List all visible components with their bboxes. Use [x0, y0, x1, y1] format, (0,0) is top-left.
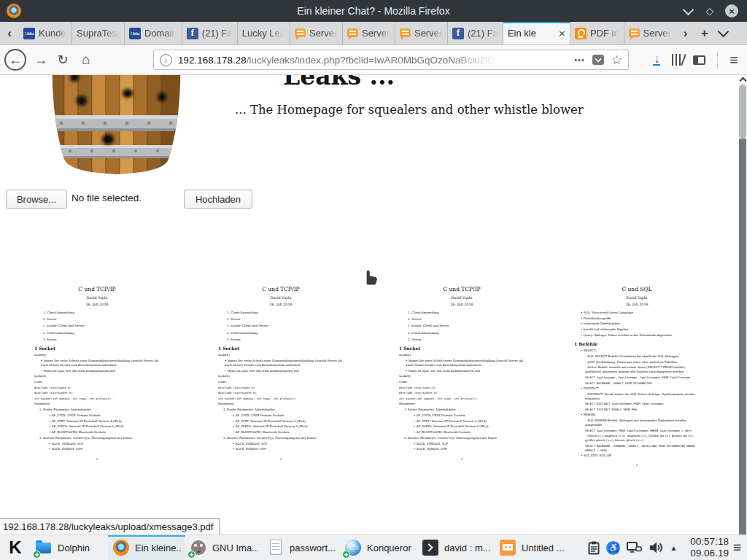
- task-label: passwort...: [290, 542, 336, 553]
- pdf-thumbnail-4[interactable]: C und SQLDavid Vajda26. Juli 2018• SQL: …: [565, 281, 708, 469]
- tab-server[interactable]: Server: [342, 22, 395, 44]
- display-settings-icon[interactable]: [627, 541, 642, 554]
- taskbar-task-untitled[interactable]: Untitled ...: [495, 535, 572, 560]
- taskbar-task-gnu-ima[interactable]: GNU Ima...: [185, 535, 263, 560]
- taskbar-task-david-m[interactable]: david : m...: [417, 535, 495, 560]
- url-path: /luckyleaks/index.php?fbclid=IwAR0MbGqOz…: [247, 55, 508, 66]
- facebook-favicon-icon: f: [187, 28, 198, 39]
- tab-domain[interactable]: 1bluDomain: [124, 22, 182, 44]
- chevron-down-icon: [682, 4, 694, 15]
- doc-line: • Immer der erste Schritt einer Kommunik…: [41, 359, 160, 368]
- taskbar: K DolphinEin kleine...GNU Ima...passwort…: [0, 534, 747, 560]
- window-titlebar[interactable]: Ein kleiner Chat? - Mozilla Firefox ◇ ×: [0, 0, 747, 22]
- hamburger-menu-icon[interactable]: ≡: [729, 52, 738, 69]
- impress-icon: [499, 539, 516, 556]
- doc-line: 1: [574, 463, 700, 467]
- upload-button[interactable]: Hochladen: [184, 190, 252, 209]
- doc-line: 1. socket: Client und Server: [43, 324, 160, 328]
- kde-application-launcher[interactable]: K: [0, 535, 31, 560]
- doc-line: 2. Client-Anwendung: [408, 331, 525, 335]
- doc-line: • SOCK_DGRAM: UDP: [233, 447, 344, 451]
- home-button[interactable]: ⌂: [76, 52, 96, 68]
- task-list: DolphinEin kleine...GNU Ima...passwort..…: [31, 535, 572, 560]
- pdf-thumbnail-1[interactable]: C und TCP/IPDavid Vajda26. Juli 20181. C…: [26, 281, 169, 469]
- doc-line: Parameter:: [218, 402, 344, 406]
- task-label: david : m...: [444, 542, 490, 553]
- tab-server[interactable]: Server: [624, 22, 676, 44]
- tab-pdf-in[interactable]: PDF in: [570, 22, 624, 44]
- doc-line: • AF_INET: Internet IP-Protokoll Version…: [233, 419, 344, 424]
- url-text[interactable]: 192.168.178.28/luckyleaks/index.php?fbcl…: [178, 55, 508, 66]
- clipboard-icon[interactable]: [588, 541, 600, 555]
- scroll-tabs-right-button[interactable]: ›: [676, 22, 695, 44]
- pdf-thumbnail-2[interactable]: C und TCP/IPDavid Vajda26. Juli 20181. C…: [209, 281, 352, 469]
- close-button[interactable]: ×: [725, 4, 738, 18]
- document-icon: [267, 539, 285, 556]
- doc-line: 2. Zweiter Parameter: Socket-Typ, Übertr…: [223, 436, 344, 440]
- digital-clock[interactable]: 00:57:18 09.06.19: [683, 535, 733, 560]
- bookmark-star-icon[interactable]: ☆: [611, 52, 622, 68]
- tab-kunde[interactable]: 1bluKunde: [19, 22, 71, 44]
- doc-line: • AF_BLUETOOTH: Bluetooth-Sockets: [233, 430, 344, 435]
- vertical-scrollbar[interactable]: [738, 75, 747, 534]
- tab-21-fa[interactable]: f(21) Fa: [447, 22, 503, 44]
- taskbar-task-ein-kleine[interactable]: Ein kleine...: [108, 535, 185, 560]
- tray-expand-icon[interactable]: ▲: [670, 544, 677, 552]
- pdf-thumbnail-3[interactable]: C und TCP/IPDavid Vajda26. Juli 20181. C…: [390, 281, 533, 469]
- doc-line: – SQL WHERE-Befehl: Abfragen nur bestimm…: [585, 419, 700, 427]
- back-button[interactable]: ←: [4, 49, 26, 71]
- site-info-icon[interactable]: i: [160, 54, 172, 66]
- sidebar-toggle-icon[interactable]: [693, 55, 705, 65]
- volume-icon[interactable]: [649, 541, 663, 554]
- new-tab-button[interactable]: +: [695, 22, 714, 44]
- tab-label: Domain: [144, 28, 177, 39]
- chat-favicon-icon: [629, 28, 640, 37]
- tab-ein-kle[interactable]: Ein kle×: [503, 22, 570, 44]
- doc-line: • Dabei ist egal, wer mit wem kommunizie…: [406, 369, 525, 373]
- scroll-up-arrow-icon[interactable]: [740, 77, 746, 82]
- maximize-button[interactable]: ◇: [703, 4, 716, 18]
- doc-line: 1 Befehle: [574, 341, 700, 347]
- doc-line: • SELECT:: [581, 349, 700, 353]
- browse-button[interactable]: Browse...: [6, 190, 67, 209]
- doc-line: • Query: Abfrage: Daten werden in der Da…: [581, 333, 700, 338]
- list-all-tabs-button[interactable]: [714, 22, 733, 44]
- downloads-icon[interactable]: ↓: [653, 54, 660, 66]
- doc-line: • Immer der erste Schritt einer Kommunik…: [225, 359, 344, 368]
- scrollbar-track[interactable]: [739, 139, 746, 534]
- doc-line: #include <sys/types.h>: [218, 386, 344, 390]
- tab-21-fa[interactable]: f(21) Fa: [182, 22, 237, 44]
- accessibility-icon[interactable]: ♿: [606, 541, 620, 555]
- doc-line: David Vajda: [34, 295, 160, 300]
- firefox-icon: [7, 4, 21, 18]
- doc-line: SELECT Spaltenname, Spaltenname, Spalten…: [585, 376, 700, 380]
- taskbar-task-passwort[interactable]: passwort...: [263, 535, 340, 560]
- doc-line: Parameter:: [399, 402, 525, 406]
- tab-server[interactable]: Server: [395, 22, 447, 44]
- doc-line: – SQL SELECT Befehl: Grundstein für sämt…: [585, 354, 700, 359]
- tab-bar: ‹ 1bluKundeSupraTest1bluDomainf(21) FaLu…: [0, 22, 747, 45]
- forward-button[interactable]: →: [31, 52, 51, 68]
- scroll-tabs-left-button[interactable]: ‹: [0, 22, 19, 44]
- pocket-icon[interactable]: [592, 55, 604, 65]
- page-actions-icon[interactable]: •••: [574, 55, 585, 64]
- pdf24-favicon-icon: [575, 28, 587, 39]
- taskbar-task-dolphin[interactable]: Dolphin: [31, 535, 108, 560]
- toolbar-right: ↓ ≡: [653, 52, 747, 69]
- minimize-button[interactable]: [681, 4, 694, 18]
- tab-server[interactable]: Server: [290, 22, 342, 44]
- doc-line: C und TCP/IP: [399, 285, 525, 294]
- scrollbar-thumb[interactable]: [739, 85, 746, 139]
- close-tab-icon[interactable]: ×: [559, 27, 565, 39]
- library-icon[interactable]: [672, 54, 681, 66]
- panel-menu-icon[interactable]: ≡: [733, 535, 747, 560]
- page-title: Leaks ...: [283, 75, 395, 90]
- taskbar-task-konqueror[interactable]: Konqueror: [340, 535, 417, 560]
- doc-line: • AF_BLUETOOTH: Bluetooth-Sockets: [414, 430, 525, 435]
- doc-line: • Datenbankzugriffe: [581, 316, 700, 321]
- reload-button[interactable]: ↻: [53, 52, 73, 68]
- url-bar[interactable]: i 192.168.178.28/luckyleaks/index.php?fb…: [153, 50, 629, 70]
- tab-lucky-lea[interactable]: Lucky Lea: [237, 22, 290, 44]
- doc-line: 1. Client-Anwendung: [43, 311, 160, 315]
- tab-supratest[interactable]: SupraTest: [71, 22, 124, 44]
